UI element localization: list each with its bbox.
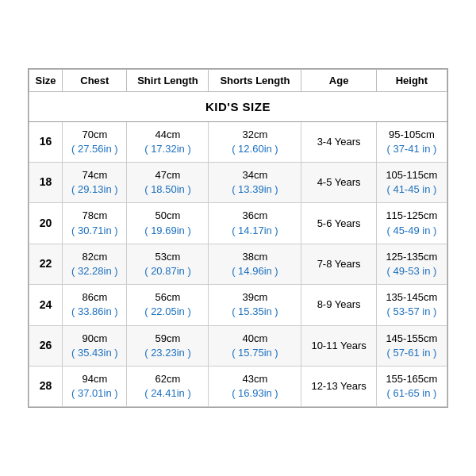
height-cell: 135-145cm( 53-57 in ) <box>376 285 447 325</box>
column-header: Shorts Length <box>209 69 301 91</box>
table-row: 2690cm( 35.43in )59cm( 23.23in )40cm( 15… <box>29 325 447 366</box>
shorts-length-cell: 40cm( 15.75in ) <box>209 325 301 366</box>
age-cell: 4-5 Years <box>301 163 376 203</box>
table-header-row: SizeChestShirt LengthShorts LengthAgeHei… <box>29 69 447 91</box>
size-cell: 18 <box>29 163 63 203</box>
size-cell: 16 <box>29 121 63 162</box>
column-header: Height <box>376 69 447 91</box>
chest-cell: 78cm( 30.71in ) <box>63 203 127 244</box>
age-cell: 10-11 Years <box>301 325 376 366</box>
table-title: KID'S SIZE <box>29 91 447 121</box>
chest-cell: 90cm( 35.43in ) <box>63 325 127 366</box>
height-cell: 155-165cm( 61-65 in ) <box>376 366 447 406</box>
shirt-length-cell: 59cm( 23.23in ) <box>127 325 209 366</box>
height-cell: 95-105cm( 37-41 in ) <box>376 121 447 162</box>
shirt-length-cell: 44cm( 17.32in ) <box>127 121 209 162</box>
chest-cell: 74cm( 29.13in ) <box>63 163 127 203</box>
column-header: Age <box>301 69 376 91</box>
table-row: 2486cm( 33.86in )56cm( 22.05in )39cm( 15… <box>29 285 447 325</box>
shorts-length-cell: 38cm( 14.96in ) <box>209 244 301 284</box>
height-cell: 115-125cm( 45-49 in ) <box>376 203 447 244</box>
table-row: 2078cm( 30.71in )50cm( 19.69in )36cm( 14… <box>29 203 447 244</box>
table-body: 1670cm( 27.56in )44cm( 17.32in )32cm( 12… <box>29 121 447 407</box>
height-cell: 145-155cm( 57-61 in ) <box>376 325 447 366</box>
table-row: 1874cm( 29.13in )47cm( 18.50in )34cm( 13… <box>29 163 447 203</box>
shirt-length-cell: 62cm( 24.41in ) <box>127 366 209 406</box>
height-cell: 125-135cm( 49-53 in ) <box>376 244 447 284</box>
shirt-length-cell: 50cm( 19.69in ) <box>127 203 209 244</box>
size-cell: 24 <box>29 285 63 325</box>
table-row: 1670cm( 27.56in )44cm( 17.32in )32cm( 12… <box>29 121 447 162</box>
shorts-length-cell: 36cm( 14.17in ) <box>209 203 301 244</box>
size-cell: 20 <box>29 203 63 244</box>
column-header: Shirt Length <box>127 69 209 91</box>
shorts-length-cell: 34cm( 13.39in ) <box>209 163 301 203</box>
table-row: 2894cm( 37.01in )62cm( 24.41in )43cm( 16… <box>29 366 447 406</box>
shorts-length-cell: 39cm( 15.35in ) <box>209 285 301 325</box>
age-cell: 7-8 Years <box>301 244 376 284</box>
age-cell: 8-9 Years <box>301 285 376 325</box>
size-cell: 26 <box>29 325 63 366</box>
shorts-length-cell: 32cm( 12.60in ) <box>209 121 301 162</box>
age-cell: 5-6 Years <box>301 203 376 244</box>
chest-cell: 94cm( 37.01in ) <box>63 366 127 406</box>
shirt-length-cell: 53cm( 20.87in ) <box>127 244 209 284</box>
shirt-length-cell: 56cm( 22.05in ) <box>127 285 209 325</box>
age-cell: 3-4 Years <box>301 121 376 162</box>
table-row: 2282cm( 32.28in )53cm( 20.87in )38cm( 14… <box>29 244 447 284</box>
size-cell: 22 <box>29 244 63 284</box>
chest-cell: 86cm( 33.86in ) <box>63 285 127 325</box>
column-header: Size <box>29 69 63 91</box>
chest-cell: 70cm( 27.56in ) <box>63 121 127 162</box>
shirt-length-cell: 47cm( 18.50in ) <box>127 163 209 203</box>
chest-cell: 82cm( 32.28in ) <box>63 244 127 284</box>
size-chart-container: KID'S SIZE SizeChestShirt LengthShorts L… <box>28 68 448 409</box>
height-cell: 105-115cm( 41-45 in ) <box>376 163 447 203</box>
age-cell: 12-13 Years <box>301 366 376 406</box>
column-header: Chest <box>63 69 127 91</box>
size-cell: 28 <box>29 366 63 406</box>
shorts-length-cell: 43cm( 16.93in ) <box>209 366 301 406</box>
